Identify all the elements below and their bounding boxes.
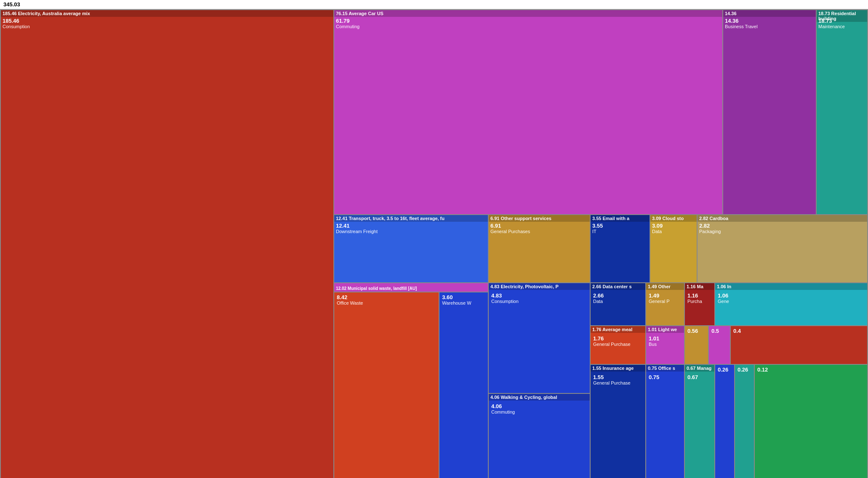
ma-116-subtitle: Purcha xyxy=(687,299,712,304)
walking-header: 4.06 Walking & Cycling, global xyxy=(489,394,590,401)
business-travel-header: 14.36 xyxy=(723,10,816,17)
business-travel-cell[interactable]: 14.36 14.36 Business Travel xyxy=(723,10,816,214)
elec-pv-value: 4.83 xyxy=(491,292,587,299)
light-we-subtitle: Bus xyxy=(649,342,682,347)
insurance-subtitle: General Purchase xyxy=(593,380,643,385)
insurance-value: 1.55 xyxy=(593,374,643,380)
residential-cell[interactable]: 18.73 Residential building 18.73 Mainten… xyxy=(817,10,867,214)
walking-value: 4.06 xyxy=(491,403,587,409)
small-05-value: 0.5 xyxy=(711,328,727,334)
in-106-value: 1.06 xyxy=(718,292,865,299)
walking-cell[interactable]: 4.06 Walking & Cycling, global 4.06 Comm… xyxy=(489,394,590,478)
light-we-value: 1.01 xyxy=(649,335,682,342)
light-we-header: 1.01 Light we xyxy=(646,326,684,333)
other-support-header: 6.91 Other support services xyxy=(489,215,590,222)
ma-116-header: 1.16 Ma xyxy=(685,283,714,290)
insurance-cell[interactable]: 1.55 Insurance age 1.55 General Purchase xyxy=(591,365,645,478)
manage-067-header: 0.67 Manag xyxy=(685,365,714,372)
residential-subtitle: Maintenance xyxy=(818,24,865,29)
small-012-value: 0.12 xyxy=(757,366,865,373)
elec-pv-header: 4.83 Electricity, Photovoltaic, P xyxy=(489,283,590,290)
small-04-cell[interactable]: 0.4 xyxy=(731,326,867,364)
ma-116-value: 1.16 xyxy=(687,292,712,299)
other-149-value: 1.49 xyxy=(649,292,682,299)
walking-subtitle: Commuting xyxy=(491,409,587,414)
manage-067-value: 0.67 xyxy=(687,374,712,380)
warehouse-value: 3.60 xyxy=(442,294,485,300)
data-center-value: 2.66 xyxy=(593,292,643,299)
other-149-cell[interactable]: 1.49 Other 1.49 General P xyxy=(646,283,684,325)
municipal-header-bar: 12.02 Municipal solid waste, landfill [A… xyxy=(334,283,488,292)
in-106-subtitle: Gene xyxy=(718,299,865,304)
other-149-subtitle: General P xyxy=(649,299,682,304)
small-056-value: 0.56 xyxy=(687,328,706,334)
office-075-value: 0.75 xyxy=(649,374,682,380)
car-us-cell[interactable]: 76.15 Average Car US 61.79 Commuting xyxy=(334,10,722,214)
insurance-header: 1.55 Insurance age xyxy=(591,365,645,372)
data-center-cell[interactable]: 2.66 Data center s 2.66 Data xyxy=(591,283,645,325)
small-056-cell[interactable]: 0.56 xyxy=(685,326,708,364)
email-header: 3.55 Email with a xyxy=(591,215,650,222)
avg-meal-subtitle: General Purchase xyxy=(593,342,643,347)
avg-meal-value: 1.76 xyxy=(593,335,643,342)
email-subtitle: IT xyxy=(592,229,648,234)
cloud-cell[interactable]: 3.09 Cloud sto 3.09 Data xyxy=(650,215,697,282)
electricity-value: 185.46 xyxy=(3,18,332,24)
cardboard-value: 2.82 xyxy=(699,223,865,229)
avg-meal-header: 1.76 Average meal xyxy=(591,326,645,333)
warehouse-cell[interactable]: 3.60 Warehouse W xyxy=(439,292,488,478)
small-04-value: 0.4 xyxy=(733,328,865,334)
downstream-header: 12.41 Transport, truck, 3.5 to 16t, flee… xyxy=(334,215,488,222)
downstream-subtitle: Downstream Freight xyxy=(336,229,486,234)
downstream-cell[interactable]: 12.41 Transport, truck, 3.5 to 16t, flee… xyxy=(334,215,488,282)
small-05-cell[interactable]: 0.5 xyxy=(709,326,730,364)
other-support-value: 6.91 xyxy=(490,223,588,229)
small-026a-value: 0.26 xyxy=(718,366,732,373)
in-106-cell[interactable]: 1.06 In 1.06 Gene xyxy=(715,283,867,325)
total-value: 345.03 xyxy=(3,1,20,8)
car-us-subtitle: Commuting xyxy=(336,24,721,29)
email-cell[interactable]: 3.55 Email with a 3.55 IT xyxy=(591,215,650,282)
car-us-header: 76.15 Average Car US xyxy=(334,10,722,17)
cardboard-cell[interactable]: 2.82 Cardboa 2.82 Packaging xyxy=(698,215,867,282)
warehouse-subtitle: Warehouse W xyxy=(442,300,485,305)
small-026b-cell[interactable]: 0.26 xyxy=(735,365,754,478)
light-we-cell[interactable]: 1.01 Light we 1.01 Bus xyxy=(646,326,684,364)
office-waste-subtitle: Office Waste xyxy=(337,300,436,305)
other-support-subtitle: General Purchases xyxy=(490,229,588,234)
treemap-container: 185.46 Electricity, Australia average mi… xyxy=(0,9,868,478)
in-106-header: 1.06 In xyxy=(715,283,867,290)
office-075-header: 0.75 Office s xyxy=(646,365,684,372)
residential-value: 18.73 xyxy=(818,18,865,24)
municipal-label: 12.02 Municipal solid waste, landfill [A… xyxy=(336,286,417,291)
ma-116-cell[interactable]: 1.16 Ma 1.16 Purcha xyxy=(685,283,714,325)
other-support-cell[interactable]: 6.91 Other support services 6.91 General… xyxy=(489,215,590,282)
small-012-cell[interactable]: 0.12 xyxy=(755,365,867,478)
cardboard-subtitle: Packaging xyxy=(699,229,865,234)
total-bar: 345.03 xyxy=(0,0,868,9)
car-us-value: 61.79 xyxy=(336,18,721,24)
office-waste-cell[interactable]: 8.42 Office Waste xyxy=(334,292,439,478)
elec-pv-cell[interactable]: 4.83 Electricity, Photovoltaic, P 4.83 C… xyxy=(489,283,590,393)
downstream-value: 12.41 xyxy=(336,223,486,229)
avg-meal-cell[interactable]: 1.76 Average meal 1.76 General Purchase xyxy=(591,326,645,364)
electricity-cell[interactable]: 185.46 Electricity, Australia average mi… xyxy=(1,10,333,478)
elec-pv-subtitle: Consumption xyxy=(491,299,587,304)
cloud-header: 3.09 Cloud sto xyxy=(650,215,697,222)
other-149-header: 1.49 Other xyxy=(646,283,684,290)
business-travel-value: 14.36 xyxy=(725,18,814,24)
cardboard-header: 2.82 Cardboa xyxy=(698,215,867,222)
electricity-header: 185.46 Electricity, Australia average mi… xyxy=(1,10,333,17)
data-center-subtitle: Data xyxy=(593,299,643,304)
electricity-subtitle: Consumption xyxy=(3,24,332,29)
cloud-subtitle: Data xyxy=(652,229,695,234)
manage-067-cell[interactable]: 0.67 Manag 0.67 xyxy=(685,365,714,478)
office-waste-value: 8.42 xyxy=(337,294,436,300)
email-value: 3.55 xyxy=(592,223,648,229)
cloud-value: 3.09 xyxy=(652,223,695,229)
business-travel-subtitle: Business Travel xyxy=(725,24,814,29)
small-026b-value: 0.26 xyxy=(738,366,751,373)
data-center-header: 2.66 Data center s xyxy=(591,283,645,290)
small-026a-cell[interactable]: 0.26 xyxy=(715,365,734,478)
office-075-cell[interactable]: 0.75 Office s 0.75 xyxy=(646,365,684,478)
